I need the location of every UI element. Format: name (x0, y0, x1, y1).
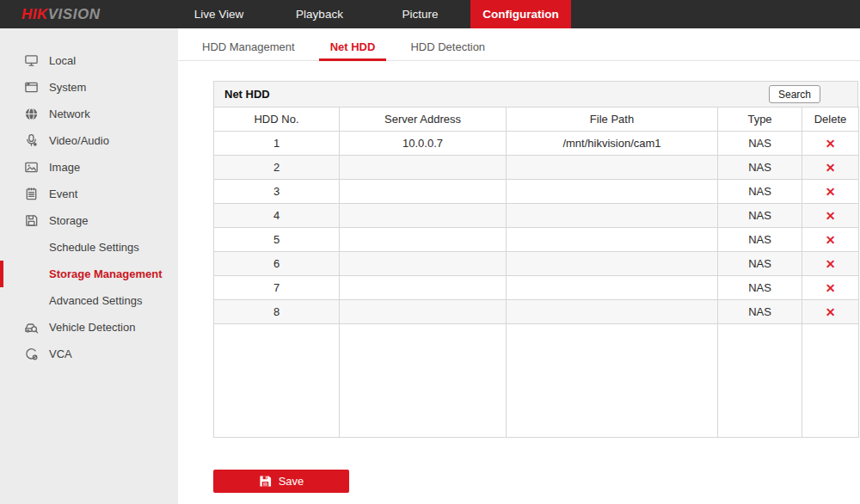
cell-hdd-no: 5 (214, 228, 340, 252)
sidebar-item-label: Schedule Settings (49, 241, 139, 254)
cell-type: NAS (718, 156, 802, 180)
net-hdd-panel: Net HDD Search HDD No.Server AddressFile… (213, 81, 858, 438)
monitor-icon (24, 53, 39, 68)
sidebar-item-schedule-settings[interactable]: Schedule Settings (0, 234, 178, 261)
sidebar-item-label: System (49, 81, 86, 94)
net-hdd-panel-header: Net HDD Search (213, 81, 858, 107)
cell-hdd-no: 1 (214, 132, 340, 156)
column-header-delete: Delete (802, 108, 859, 132)
delete-icon[interactable]: ✕ (826, 185, 836, 199)
logo-hik: HIK (22, 6, 48, 23)
cell-file-path (507, 252, 718, 276)
cell-hdd-no: 7 (214, 276, 340, 300)
sidebar-item-label: Network (49, 108, 90, 120)
cell-delete: ✕ (802, 252, 859, 276)
table-row: 8NAS✕ (214, 300, 859, 324)
cell-server-address (340, 228, 507, 252)
table-row: 4NAS✕ (214, 204, 859, 228)
cell-file-path: /mnt/hikvision/cam1 (507, 132, 718, 156)
sidebar: Local System Network Video/Audio Image E (0, 28, 178, 504)
tab-hdd-management[interactable]: HDD Management (202, 40, 295, 60)
delete-icon[interactable]: ✕ (826, 209, 836, 223)
sidebar-item-vca[interactable]: VCA (0, 341, 178, 367)
delete-icon[interactable]: ✕ (826, 305, 836, 319)
sidebar-item-advanced-settings[interactable]: Advanced Settings (0, 287, 178, 314)
table-row: 3NAS✕ (214, 180, 859, 204)
table-row: 2NAS✕ (214, 156, 859, 180)
cell-delete: ✕ (802, 300, 859, 324)
tab-hdd-detection[interactable]: HDD Detection (410, 40, 485, 60)
window-icon (24, 80, 39, 95)
delete-icon[interactable]: ✕ (826, 137, 836, 151)
search-button[interactable]: Search (769, 85, 820, 103)
image-icon (24, 160, 39, 175)
column-header-hdd-no: HDD No. (214, 108, 340, 132)
sidebar-item-system[interactable]: System (0, 74, 178, 101)
tab-net-hdd[interactable]: Net HDD (319, 40, 387, 61)
nav-live-view[interactable]: Live View (169, 0, 269, 28)
table-row: 7NAS✕ (214, 276, 859, 300)
hikvision-logo: HIKVISION (0, 0, 169, 28)
cell-server-address (340, 156, 507, 180)
sidebar-item-local[interactable]: Local (0, 47, 178, 74)
cell-type: NAS (718, 132, 802, 156)
empty-table-area (214, 324, 859, 438)
sidebar-item-vehicle-detection[interactable]: Vehicle Detection (0, 314, 178, 341)
save-button[interactable]: Save (213, 470, 349, 493)
microphone-icon (24, 133, 39, 148)
table-row: 6NAS✕ (214, 252, 859, 276)
cell-file-path (507, 204, 718, 228)
cell-type: NAS (718, 300, 802, 324)
delete-icon[interactable]: ✕ (826, 233, 836, 247)
save-button-label: Save (279, 475, 304, 488)
delete-icon[interactable]: ✕ (826, 161, 836, 175)
cell-delete: ✕ (802, 228, 859, 252)
sidebar-item-label: Video/Audio (49, 134, 109, 147)
nav-picture[interactable]: Picture (370, 0, 470, 28)
table-row: 5NAS✕ (214, 228, 859, 252)
cell-server-address (340, 276, 507, 300)
cell-file-path (507, 228, 718, 252)
logo-vision: VISION (48, 6, 101, 23)
cell-server-address: 10.0.0.7 (340, 132, 507, 156)
panel-title: Net HDD (224, 88, 769, 101)
vehicle-detection-icon (24, 320, 39, 335)
sidebar-item-storage-management[interactable]: Storage Management (0, 261, 178, 287)
cell-server-address (340, 252, 507, 276)
save-icon (259, 475, 272, 488)
vca-icon (24, 347, 39, 361)
globe-icon (24, 107, 39, 121)
nav-configuration[interactable]: Configuration (470, 0, 571, 28)
sidebar-item-video-audio[interactable]: Video/Audio (0, 127, 178, 154)
content-tabs: HDD Management Net HDD HDD Detection (178, 28, 860, 61)
cell-delete: ✕ (802, 132, 859, 156)
table-header-row: HDD No.Server AddressFile PathTypeDelete (214, 108, 859, 132)
main-nav: Live View Playback Picture Configuration (169, 0, 571, 28)
cell-delete: ✕ (802, 156, 859, 180)
sidebar-item-label: Image (49, 161, 80, 174)
top-bar: HIKVISION Live View Playback Picture Con… (0, 0, 860, 28)
column-header-type: Type (718, 108, 802, 132)
main-content: HDD Management Net HDD HDD Detection Net… (178, 28, 860, 504)
sidebar-item-network[interactable]: Network (0, 101, 178, 127)
nav-playback[interactable]: Playback (269, 0, 370, 28)
sidebar-item-image[interactable]: Image (0, 154, 178, 181)
delete-icon[interactable]: ✕ (826, 257, 836, 271)
sidebar-item-label: Storage (49, 214, 89, 227)
sidebar-item-storage[interactable]: Storage (0, 207, 178, 234)
event-icon (24, 187, 39, 201)
sidebar-item-event[interactable]: Event (0, 181, 178, 207)
cell-file-path (507, 276, 718, 300)
cell-delete: ✕ (802, 276, 859, 300)
cell-server-address (340, 300, 507, 324)
delete-icon[interactable]: ✕ (826, 281, 836, 295)
cell-hdd-no: 8 (214, 300, 340, 324)
sidebar-item-label: Event (49, 187, 77, 200)
cell-hdd-no: 2 (214, 156, 340, 180)
cell-delete: ✕ (802, 204, 859, 228)
cell-type: NAS (718, 180, 802, 204)
cell-type: NAS (718, 228, 802, 252)
net-hdd-table: HDD No.Server AddressFile PathTypeDelete… (213, 107, 859, 438)
cell-file-path (507, 156, 718, 180)
column-header-file-path: File Path (507, 108, 718, 132)
